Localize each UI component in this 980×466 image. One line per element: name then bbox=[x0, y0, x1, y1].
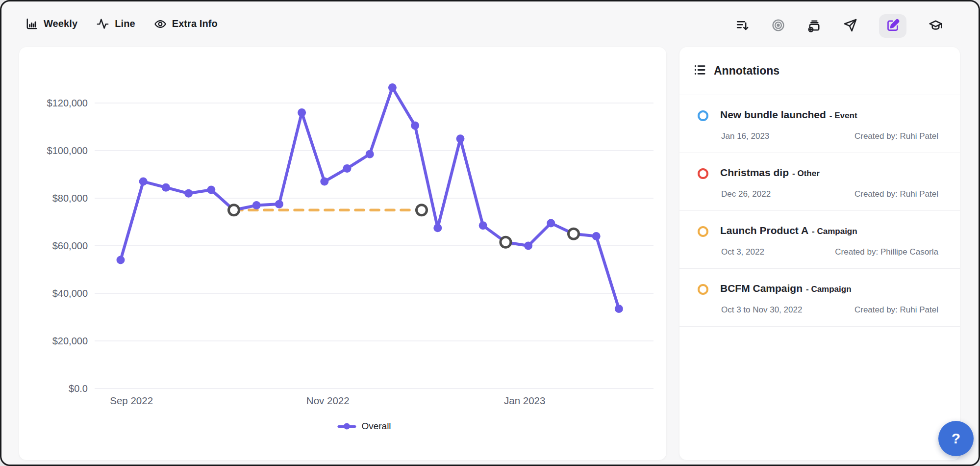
help-label: ? bbox=[952, 430, 960, 447]
svg-text:$40,000: $40,000 bbox=[52, 288, 88, 299]
annotation-creator: Created by: Ruhi Patel bbox=[854, 305, 938, 315]
revenue-line-chart[interactable]: $0.0$20,000$40,000$60,000$80,000$100,000… bbox=[19, 52, 666, 415]
edit-button[interactable] bbox=[879, 14, 906, 38]
annotation-name: Christmas dip bbox=[720, 167, 789, 178]
help-button[interactable]: ? bbox=[938, 421, 974, 456]
annotation-name: BCFM Campaign bbox=[720, 283, 803, 294]
annotation-title-row: Launch Product A- Campaign bbox=[720, 225, 857, 236]
extra-info-label: Extra Info bbox=[172, 18, 218, 29]
svg-text:Jan 2023: Jan 2023 bbox=[504, 395, 545, 406]
annotations-panel: Annotations New bundle launched- Event J… bbox=[679, 47, 960, 460]
target-button[interactable] bbox=[771, 18, 785, 34]
education-button[interactable] bbox=[928, 18, 943, 34]
annotation-type-ring bbox=[698, 284, 708, 295]
annotation-creator: Created by: Ruhi Patel bbox=[854, 189, 938, 199]
annotation-item-bcfm-campaign[interactable]: BCFM Campaign- Campaign Oct 3 to Nov 30,… bbox=[679, 269, 960, 327]
annotation-item-christmas-dip[interactable]: Christmas dip- Other Dec 26, 2022 Create… bbox=[679, 153, 960, 211]
annotation-title-row: BCFM Campaign- Campaign bbox=[720, 283, 852, 294]
annotations-list: New bundle launched- Event Jan 16, 2023 … bbox=[679, 95, 960, 327]
annotation-name: New bundle launched bbox=[720, 109, 826, 120]
annotations-title: Annotations bbox=[714, 64, 779, 78]
annotation-date: Jan 16, 2023 bbox=[721, 131, 769, 141]
annotation-type-ring bbox=[698, 168, 708, 179]
send-button[interactable] bbox=[843, 18, 857, 34]
svg-text:Sep 2022: Sep 2022 bbox=[110, 395, 153, 406]
tools-group bbox=[735, 14, 943, 38]
annotation-date: Dec 26, 2022 bbox=[721, 189, 771, 199]
annotation-type: - Other bbox=[792, 169, 820, 178]
list-icon bbox=[693, 63, 706, 78]
weekly-label: Weekly bbox=[44, 18, 77, 29]
annotation-date: Oct 3 to Nov 30, 2022 bbox=[721, 305, 802, 315]
svg-text:$20,000: $20,000 bbox=[52, 336, 88, 346]
annotation-name: Launch Product A bbox=[720, 225, 808, 236]
svg-text:$60,000: $60,000 bbox=[52, 240, 88, 251]
edit-icon bbox=[886, 18, 900, 34]
sort-descending-icon bbox=[735, 18, 750, 34]
annotation-item-new-bundle[interactable]: New bundle launched- Event Jan 16, 2023 … bbox=[679, 95, 960, 153]
chart-options-group: Weekly Line Extra Info bbox=[24, 15, 219, 32]
education-icon bbox=[928, 18, 943, 34]
annotation-creator: Created by: Phillipe Casorla bbox=[835, 247, 938, 257]
chart-card: $0.0$20,000$40,000$60,000$80,000$100,000… bbox=[19, 47, 666, 460]
line-type-button[interactable]: Line bbox=[95, 15, 136, 32]
bar-chart-icon bbox=[25, 17, 38, 30]
annotation-title-row: Christmas dip- Other bbox=[720, 167, 820, 179]
eye-icon bbox=[154, 18, 167, 30]
toolbar: Weekly Line Extra Info bbox=[1, 1, 979, 45]
annotation-type-ring bbox=[698, 110, 708, 121]
annotation-type: - Campaign bbox=[806, 285, 852, 294]
annotation-type: - Campaign bbox=[812, 227, 857, 236]
chart-legend[interactable]: Overall bbox=[337, 421, 391, 432]
annotation-date: Oct 3, 2022 bbox=[721, 247, 764, 257]
svg-text:$0.0: $0.0 bbox=[69, 383, 88, 394]
svg-text:Nov 2022: Nov 2022 bbox=[306, 395, 350, 406]
app-window: Weekly Line Extra Info bbox=[0, 0, 980, 466]
add-cards-icon bbox=[807, 18, 822, 34]
weekly-granularity-button[interactable]: Weekly bbox=[24, 15, 78, 32]
annotation-item-launch-product-a[interactable]: Launch Product A- Campaign Oct 3, 2022 C… bbox=[679, 211, 960, 269]
extra-info-button[interactable]: Extra Info bbox=[153, 16, 219, 32]
add-cards-button[interactable] bbox=[807, 18, 822, 34]
annotation-type-ring bbox=[698, 226, 708, 237]
annotations-header: Annotations bbox=[679, 47, 960, 95]
sort-descending-button[interactable] bbox=[735, 18, 750, 34]
annotation-creator: Created by: Ruhi Patel bbox=[854, 131, 938, 141]
svg-text:$80,000: $80,000 bbox=[52, 193, 88, 204]
activity-icon bbox=[96, 17, 109, 30]
annotation-title-row: New bundle launched- Event bbox=[720, 109, 857, 121]
send-icon bbox=[843, 18, 857, 34]
legend-line-marker bbox=[337, 425, 356, 428]
line-label: Line bbox=[115, 18, 135, 29]
target-icon bbox=[771, 18, 785, 34]
annotation-type: - Event bbox=[829, 111, 857, 120]
svg-text:$120,000: $120,000 bbox=[47, 98, 88, 108]
legend-label: Overall bbox=[361, 421, 391, 432]
svg-text:$100,000: $100,000 bbox=[47, 145, 88, 156]
legend-dot bbox=[344, 423, 350, 430]
